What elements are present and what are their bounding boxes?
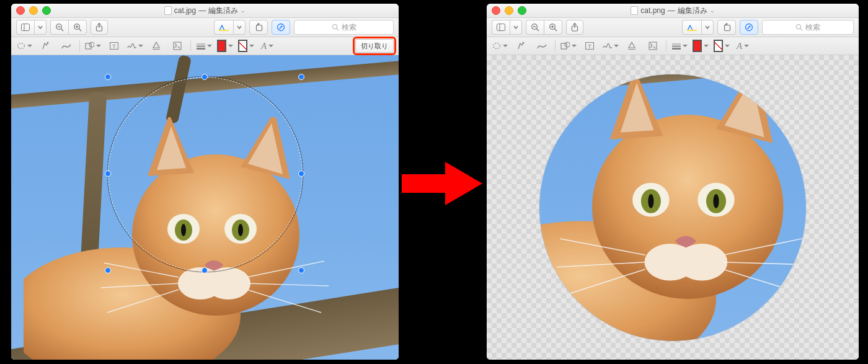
svg-rect-53 [724, 25, 730, 31]
share-button[interactable] [91, 20, 108, 35]
selection-handle[interactable] [202, 74, 208, 80]
instant-alpha-button[interactable] [37, 40, 53, 52]
selection-tool-button[interactable] [16, 40, 32, 52]
rotate-button[interactable] [249, 20, 268, 35]
minimize-icon[interactable] [29, 6, 38, 15]
traffic-lights [16, 6, 51, 15]
markup-toolbar: T A 切り取り [11, 37, 399, 55]
svg-point-60 [565, 42, 570, 47]
svg-rect-64 [649, 42, 657, 50]
sign-tool-button[interactable] [603, 40, 619, 52]
crop-button-label: 切り取り [361, 42, 388, 51]
divider [666, 40, 666, 51]
line-weight-button[interactable] [196, 40, 212, 52]
chevron-down-icon[interactable]: ⌄ [710, 7, 715, 14]
sketch-tool-button[interactable] [58, 40, 74, 52]
share-button[interactable] [566, 20, 583, 35]
shapes-tool-button[interactable] [560, 40, 577, 52]
highlight-button[interactable] [214, 20, 233, 35]
selection-handle[interactable] [105, 171, 111, 177]
svg-text:T: T [112, 43, 116, 50]
traffic-lights [492, 6, 526, 15]
stroke-color-button[interactable] [693, 40, 709, 52]
markup-toolbar: T A [487, 37, 859, 55]
elliptical-selection[interactable] [108, 77, 303, 272]
fill-color-button[interactable] [714, 40, 730, 52]
title-status: 編集済み [208, 6, 238, 16]
chevron-down-icon[interactable]: ⌄ [241, 7, 246, 14]
search-field[interactable]: 検索 [294, 20, 394, 35]
image-canvas-right[interactable] [487, 55, 859, 360]
document-icon [631, 6, 638, 15]
close-icon[interactable] [492, 6, 500, 15]
svg-point-75 [713, 194, 719, 208]
selection-handle[interactable] [105, 267, 111, 273]
zoom-icon[interactable] [42, 6, 51, 15]
divider [190, 40, 191, 51]
line-weight-button[interactable] [671, 40, 688, 52]
adjust-size-button[interactable] [169, 40, 185, 52]
selection-handle[interactable] [298, 74, 304, 80]
sidebar-menu-button[interactable] [34, 20, 46, 35]
window-title: cat.jpg — 編集済み ⌄ [11, 6, 399, 16]
rotate-button[interactable] [717, 20, 736, 35]
title-status: 編集済み [678, 6, 707, 16]
crop-highlight: 切り取り [355, 39, 394, 53]
svg-rect-11 [257, 25, 262, 31]
markup-toggle-button[interactable] [272, 20, 290, 35]
markup-toggle-button[interactable] [740, 20, 758, 35]
text-style-button[interactable]: A [259, 40, 275, 52]
selection-handle[interactable] [298, 171, 304, 177]
svg-line-14 [337, 29, 339, 30]
selection-tool-button[interactable] [492, 40, 508, 52]
svg-line-3 [61, 29, 63, 31]
titlebar[interactable]: cat.jpg — 編集済み ⌄ [11, 4, 399, 18]
sidebar-menu-button[interactable] [510, 20, 522, 35]
zoom-in-button[interactable] [68, 20, 87, 35]
shapes-tool-button[interactable] [85, 40, 101, 52]
adjust-color-button[interactable] [624, 40, 640, 52]
selection-handle[interactable] [105, 74, 111, 80]
svg-line-48 [554, 29, 557, 31]
highlight-button[interactable] [682, 20, 701, 35]
sidebar-toggle-button[interactable] [16, 20, 34, 35]
titlebar[interactable]: cat.png — 編集済み ⌄ [487, 4, 859, 18]
divider [555, 40, 556, 51]
minimize-icon[interactable] [505, 6, 513, 15]
highlight-menu-button[interactable] [701, 20, 714, 35]
svg-text:T: T [588, 43, 591, 50]
zoom-in-button[interactable] [544, 20, 562, 35]
fill-color-button[interactable] [238, 40, 254, 52]
selection-handle[interactable] [202, 267, 208, 273]
text-tool-button[interactable]: T [106, 40, 122, 52]
sign-tool-button[interactable] [127, 40, 143, 52]
search-field[interactable]: 検索 [762, 20, 854, 35]
instant-alpha-button[interactable] [513, 40, 529, 52]
divider [79, 40, 80, 51]
stroke-color-button[interactable] [217, 40, 233, 52]
text-style-button[interactable]: A [735, 40, 751, 52]
text-tool-button[interactable]: T [582, 40, 598, 52]
search-placeholder: 検索 [342, 22, 356, 33]
highlight-menu-button[interactable] [233, 20, 246, 35]
image-canvas-left[interactable] [11, 55, 399, 360]
zoom-icon[interactable] [518, 6, 526, 15]
zoom-out-button[interactable] [50, 20, 68, 35]
svg-rect-0 [22, 24, 30, 31]
preview-window-left: cat.jpg — 編集済み ⌄ [11, 4, 399, 360]
sketch-tool-button[interactable] [534, 40, 550, 52]
adjust-size-button[interactable] [645, 40, 661, 52]
selection-handle[interactable] [298, 267, 304, 273]
svg-point-13 [332, 24, 337, 29]
svg-line-45 [536, 29, 539, 31]
svg-rect-42 [497, 24, 505, 31]
zoom-out-button[interactable] [526, 20, 544, 35]
svg-point-58 [523, 42, 525, 44]
close-icon[interactable] [16, 6, 25, 15]
sidebar-toggle-button[interactable] [492, 20, 510, 35]
svg-point-15 [17, 43, 24, 49]
adjust-color-button[interactable] [148, 40, 164, 52]
svg-point-77 [676, 244, 727, 280]
crop-button[interactable]: 切り取り [355, 39, 394, 53]
arrow-icon [402, 159, 482, 208]
